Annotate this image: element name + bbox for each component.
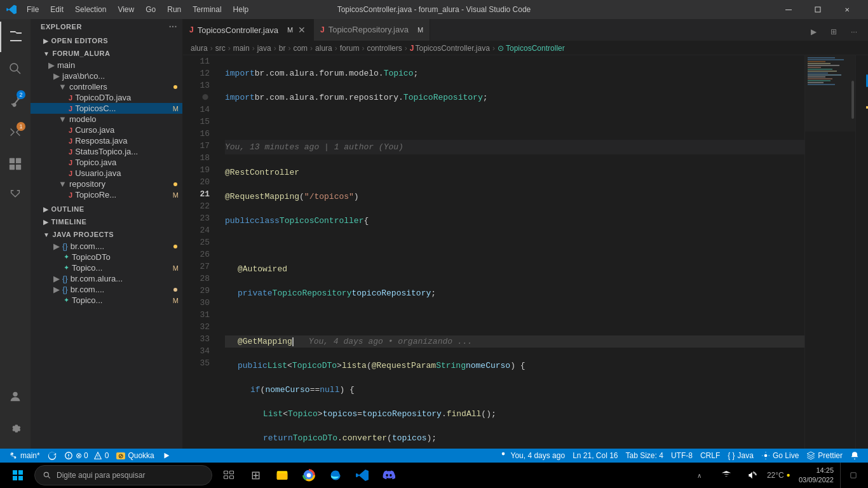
open-editors-header[interactable]: ▶ OPEN EDITORS xyxy=(31,34,182,47)
status-quokka[interactable]: ⊘ Quokka xyxy=(112,449,158,463)
minimize-button[interactable] xyxy=(774,0,803,19)
tree-modelo[interactable]: ▼ modelo xyxy=(31,114,182,125)
taskbar-vscode[interactable] xyxy=(349,463,375,488)
status-prettier[interactable]: Prettier xyxy=(803,449,846,463)
tree-brcom1[interactable]: ▶ {} br.com.... xyxy=(31,241,182,252)
source-control-badge: 2 xyxy=(17,90,25,99)
activity-run[interactable]: 1 xyxy=(0,117,31,147)
status-run-debug[interactable] xyxy=(158,449,175,463)
run-code-icon[interactable]: ▶ xyxy=(804,23,822,41)
breadcrumb-com[interactable]: com xyxy=(293,44,308,53)
tray-network[interactable] xyxy=(714,463,739,488)
activity-search[interactable] xyxy=(0,53,31,84)
taskbar-show-desktop[interactable] xyxy=(840,463,865,488)
breadcrumb-controllers[interactable]: controllers xyxy=(367,44,402,53)
status-notifications[interactable] xyxy=(846,449,863,463)
breadcrumb-file[interactable]: J xyxy=(410,44,414,53)
tab-close-1[interactable]: ✕ xyxy=(297,25,307,35)
java-projects-header[interactable]: ▼ JAVA PROJECTS xyxy=(31,228,182,241)
breadcrumb-java[interactable]: java xyxy=(257,44,271,53)
taskbar-edge[interactable] xyxy=(323,463,348,488)
menu-edit[interactable]: Edit xyxy=(45,4,69,15)
breadcrumb-alura2[interactable]: alura xyxy=(315,44,332,53)
status-language[interactable]: { } Java xyxy=(724,449,757,463)
tab-topicoscontroller[interactable]: J TopicosController.java M ✕ xyxy=(183,19,314,41)
tree-resposta[interactable]: J Resposta.java xyxy=(31,135,182,146)
line-numbers: 11 12 13 ⬤ 14 15 16 17 18 19 20 21 22 23… xyxy=(183,55,215,449)
tree-brcom3[interactable]: ▶ {} br.com.... xyxy=(31,284,182,295)
tree-topicosC[interactable]: J TopicosC... M xyxy=(31,103,182,114)
status-encoding[interactable]: UTF-8 xyxy=(667,449,696,463)
tree-curso[interactable]: J Curso.java xyxy=(31,125,182,135)
status-golive[interactable]: Go Live xyxy=(757,449,803,463)
close-button[interactable]: ✕ xyxy=(832,0,862,19)
explorer-menu-icon[interactable]: ··· xyxy=(169,22,177,32)
code-editor[interactable]: 11 12 13 ⬤ 14 15 16 17 18 19 20 21 22 23… xyxy=(183,55,868,449)
breadcrumb-src[interactable]: src xyxy=(215,44,226,53)
tray-weather[interactable]: 22°C xyxy=(767,463,792,488)
breadcrumb-class[interactable]: ⊙ TopicosController xyxy=(498,44,565,53)
split-editor-icon[interactable]: ⊞ xyxy=(825,23,843,41)
menu-run[interactable]: Run xyxy=(162,4,186,15)
menu-terminal[interactable]: Terminal xyxy=(187,4,226,15)
start-button[interactable] xyxy=(3,463,33,488)
breadcrumb-main[interactable]: main xyxy=(233,44,250,53)
breadcrumb-filename[interactable]: TopicosController.java xyxy=(415,44,489,53)
menu-go[interactable]: Go xyxy=(140,4,161,15)
menu-selection[interactable]: Selection xyxy=(70,4,111,15)
code-line-13 xyxy=(225,116,804,128)
status-tabsize[interactable]: Tab Size: 4 xyxy=(622,449,667,463)
activity-testing[interactable] xyxy=(0,180,31,211)
activity-extensions[interactable] xyxy=(0,149,31,179)
tree-topico3[interactable]: ✦ Topico... M xyxy=(31,295,182,306)
taskbar-taskview[interactable] xyxy=(216,463,241,488)
taskbar-discord[interactable] xyxy=(376,463,402,488)
forum-alura-header[interactable]: ▼ FORUM_ALURA xyxy=(31,47,182,60)
tab-java-icon-1: J xyxy=(189,25,194,34)
tree-statustopico[interactable]: J StatusTopico.ja... xyxy=(31,146,182,157)
statusbar: main* ⊗ 0 0 ⊘ Quokka You, 4 days ago Ln … xyxy=(0,449,868,463)
tree-main[interactable]: ▶ main xyxy=(31,60,182,71)
status-errors[interactable]: ⊗ 0 0 xyxy=(60,449,113,463)
restore-button[interactable] xyxy=(803,0,832,19)
status-branch[interactable]: main* xyxy=(5,449,44,463)
tree-topicoDTo[interactable]: J TopicoDTo.java xyxy=(31,92,182,103)
tree-topicorep[interactable]: J TopicoRe... M xyxy=(31,189,182,200)
activity-explorer[interactable] xyxy=(0,22,31,52)
outline-header[interactable]: ▶ OUTLINE xyxy=(31,203,182,215)
tray-show-hidden[interactable]: ∧ xyxy=(687,463,712,488)
code-line-25: return TopicoDTo.converter(topicos); xyxy=(225,432,804,444)
svg-point-29 xyxy=(307,473,311,478)
breadcrumb-forum[interactable]: forum xyxy=(340,44,360,53)
tray-volume[interactable] xyxy=(740,463,766,488)
menu-file[interactable]: File xyxy=(22,4,44,15)
tree-topico[interactable]: J Topico.java xyxy=(31,157,182,168)
menu-view[interactable]: View xyxy=(112,4,139,15)
tree-repository[interactable]: ▼ repository xyxy=(31,179,182,189)
tree-controllers[interactable]: ▼ controllers xyxy=(31,81,182,92)
taskbar-search[interactable]: Digite aqui para pesquisar xyxy=(34,465,212,485)
tree-usuario[interactable]: J Usuario.java xyxy=(31,168,182,179)
code-content[interactable]: import br.com.alura.forum.modelo.Topico;… xyxy=(215,55,804,449)
taskbar-explorer-app[interactable] xyxy=(269,463,295,488)
tree-brcom2[interactable]: ▶ {} br.com.alura... xyxy=(31,273,182,284)
tab-topicorepository[interactable]: J TopicoRepository.java M xyxy=(314,19,430,41)
menu-help[interactable]: Help xyxy=(228,4,254,15)
breadcrumb-br[interactable]: br xyxy=(279,44,286,53)
taskbar-chrome[interactable] xyxy=(296,463,322,488)
more-actions-icon[interactable]: ··· xyxy=(845,23,863,41)
taskbar-clock[interactable]: 14:25 03/09/2022 xyxy=(794,466,839,485)
status-line-ending[interactable]: CRLF xyxy=(696,449,724,463)
status-sync[interactable] xyxy=(44,449,60,463)
activity-settings[interactable] xyxy=(0,413,31,444)
breadcrumb-alura[interactable]: alura xyxy=(191,44,208,53)
taskbar-widgets[interactable]: ⊞ xyxy=(243,463,268,488)
tree-topico2[interactable]: ✦ Topico... M xyxy=(31,262,182,273)
tree-topicoDTo2[interactable]: ✦ TopicoDTo xyxy=(31,252,182,262)
timeline-header[interactable]: ▶ TIMELINE xyxy=(31,215,182,228)
activity-account[interactable] xyxy=(0,381,31,412)
status-position[interactable]: Ln 21, Col 16 xyxy=(569,449,621,463)
tree-java-br[interactable]: ▶ java\br\co... xyxy=(31,71,182,81)
activity-source-control[interactable]: 2 xyxy=(0,85,31,116)
explorer-header[interactable]: EXPLORER ··· xyxy=(31,19,182,34)
